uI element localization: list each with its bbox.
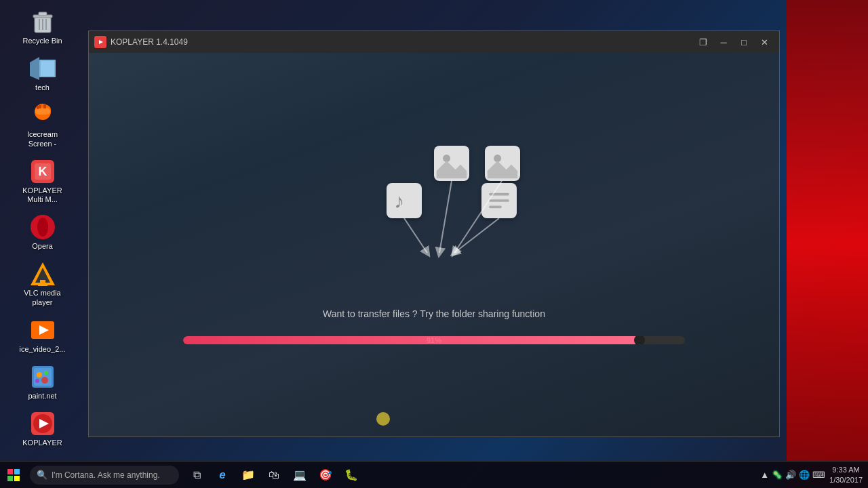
store-button[interactable]: 🛍: [262, 463, 286, 487]
file-explorer-button[interactable]: 📁: [236, 463, 260, 487]
svg-line-51: [439, 181, 452, 253]
recycle-bin-icon: [29, 8, 56, 35]
photo-icon-1: [434, 146, 469, 181]
desktop-icon-vlc[interactable]: VLC media player: [16, 258, 70, 309]
svg-rect-48: [489, 192, 509, 195]
doc-icon: [481, 183, 517, 218]
tech-icon: [29, 55, 56, 82]
desktop-icon-icecream[interactable]: Icecream Screen -: [16, 99, 70, 150]
maximize-button[interactable]: □: [734, 33, 753, 52]
cmd-button[interactable]: 💻: [288, 463, 312, 487]
ice-video-icon: [29, 317, 56, 344]
window-controls: ❐ ─ □ ✕: [694, 33, 774, 52]
ice-video-label: ice_video_2...: [20, 345, 66, 354]
tray-icon-3: 🌐: [799, 470, 810, 480]
clock-time: 9:33 AM: [832, 465, 859, 474]
svg-rect-25: [38, 284, 47, 286]
desktop-icon-koplayer-multi[interactable]: K KOPLAYER Multi M...: [16, 155, 70, 207]
svg-rect-49: [489, 199, 509, 202]
svg-rect-60: [14, 469, 20, 474]
svg-rect-14: [43, 104, 46, 108]
svg-marker-44: [488, 161, 518, 178]
mouse-cursor: [376, 412, 390, 426]
koplayer-title-icon: [94, 36, 106, 48]
koplayer-multi-icon: K: [29, 158, 56, 185]
desktop-icon-opera[interactable]: Opera: [16, 211, 70, 253]
svg-rect-15: [37, 106, 39, 109]
svg-line-53: [404, 218, 427, 253]
koplayer-icon: [29, 410, 56, 437]
svg-point-43: [494, 155, 501, 162]
svg-rect-45: [389, 185, 420, 216]
taskbar-search-box[interactable]: 🔍 I'm Cortana. Ask me anything.: [30, 466, 179, 485]
minimize-button[interactable]: ─: [714, 33, 733, 52]
desktop-icon-tech[interactable]: tech: [16, 52, 70, 95]
tray-icon-4: ⌨: [812, 470, 825, 480]
desktop-icons-sidebar: Recycle Bin tech: [0, 0, 85, 461]
koplayer-label: KOPLAYER: [22, 439, 62, 447]
opera-label: Opera: [32, 242, 53, 251]
window-content: ♪: [89, 53, 779, 436]
tray-expand-icon[interactable]: ▲: [760, 470, 769, 480]
file-transfer-illustration: ♪: [339, 146, 529, 295]
svg-point-30: [37, 372, 42, 378]
svg-rect-62: [14, 476, 20, 481]
progress-container: 91%: [183, 336, 685, 344]
svg-rect-39: [437, 148, 467, 178]
svg-point-40: [443, 155, 450, 162]
start-button[interactable]: [0, 462, 27, 489]
svg-rect-29: [34, 368, 52, 386]
icecream-icon: [29, 102, 56, 129]
koplayer-multi-label: KOPLAYER Multi M...: [18, 186, 67, 204]
svg-rect-13: [39, 105, 41, 108]
svg-point-33: [35, 379, 39, 383]
opera-icon: [29, 214, 56, 241]
app6-button[interactable]: 🎯: [313, 463, 338, 487]
svg-point-31: [44, 371, 48, 375]
svg-line-54: [454, 218, 499, 253]
progress-track: 91%: [183, 336, 685, 344]
taskbar-app-icons: ⧉ e 📁 🛍 💻 🎯 🐛: [182, 463, 366, 487]
svg-rect-2: [39, 12, 47, 16]
desktop-icon-paintnet[interactable]: paint.net: [16, 361, 70, 403]
desktop-icon-ice-video[interactable]: ice_video_2...: [16, 314, 70, 357]
vlc-label: VLC media player: [18, 289, 67, 306]
svg-text:K: K: [38, 165, 47, 178]
app7-button[interactable]: 🐛: [339, 463, 363, 487]
svg-rect-59: [7, 469, 13, 474]
restore-button[interactable]: ❐: [694, 33, 713, 52]
clock-date: 1/30/2017: [829, 475, 863, 485]
svg-point-32: [41, 377, 48, 384]
svg-marker-41: [437, 161, 467, 178]
paintnet-label: paint.net: [28, 392, 56, 401]
music-icon: ♪: [387, 183, 422, 218]
edge-button[interactable]: e: [210, 463, 235, 487]
svg-rect-24: [40, 280, 45, 284]
search-icon: 🔍: [37, 470, 47, 480]
photo-icon-2: [485, 146, 520, 181]
close-button[interactable]: ✕: [755, 33, 774, 52]
search-placeholder: I'm Cortana. Ask me anything.: [52, 470, 160, 480]
icecream-label: Icecream Screen -: [18, 130, 67, 148]
window-title: KOPLAYER 1.4.1049: [111, 37, 694, 47]
svg-marker-6: [30, 57, 39, 80]
svg-rect-47: [484, 185, 515, 216]
task-view-button[interactable]: ⧉: [184, 463, 209, 487]
svg-rect-42: [488, 148, 518, 178]
tray-icon-2: 🔊: [785, 470, 796, 480]
paintnet-icon: [29, 363, 56, 390]
system-clock[interactable]: 9:33 AM 1/30/2017: [829, 465, 863, 485]
tray-icon-1: 🦠: [772, 470, 783, 480]
tray-icons: ▲ 🦠 🔊 🌐 ⌨: [760, 470, 825, 480]
system-tray: ▲ 🦠 🔊 🌐 ⌨ 9:33 AM 1/30/2017: [755, 465, 868, 485]
svg-rect-50: [489, 205, 502, 208]
svg-rect-8: [41, 61, 54, 76]
tech-label: tech: [35, 83, 50, 92]
transfer-text: Want to transfer files ? Try the folder …: [323, 308, 545, 319]
desktop-icon-koplayer[interactable]: KOPLAYER: [16, 407, 70, 450]
progress-ball: [634, 336, 645, 344]
desktop-icon-recycle-bin[interactable]: Recycle Bin: [16, 5, 70, 48]
svg-text:♪: ♪: [394, 190, 404, 212]
vlc-icon: [29, 260, 56, 287]
progress-fill: [183, 336, 639, 344]
